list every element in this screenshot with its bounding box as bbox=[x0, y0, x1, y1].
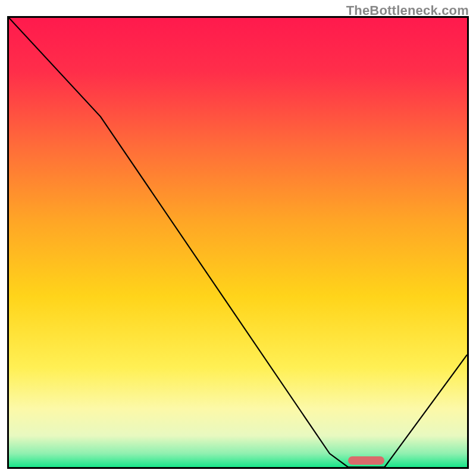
curve-path bbox=[9, 18, 467, 467]
optimal-marker bbox=[348, 456, 385, 465]
chart-curve bbox=[9, 18, 467, 467]
chart-frame bbox=[7, 16, 469, 469]
